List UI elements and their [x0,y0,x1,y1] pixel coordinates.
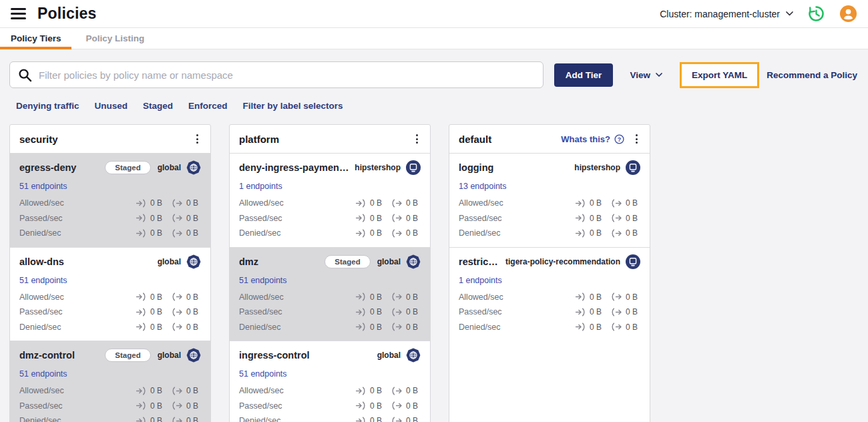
search-input[interactable] [39,69,535,81]
policy-name[interactable]: dmz [239,256,319,267]
policy-card-header: deny-ingress-paymentservi… hipstershop [239,160,421,176]
endpoints-link[interactable]: 51 endpoints [239,369,287,379]
endpoints-link[interactable]: 51 endpoints [19,276,67,285]
namespace-icon [626,254,640,269]
egress-icon [172,214,183,222]
stat-row: Allowed/sec 0 B 0 B [19,383,201,399]
policy-name[interactable]: allow-dns [19,256,152,267]
policy-card[interactable]: allow-dns global 51 endpoints Allowed/se… [10,248,210,342]
stat-label: Denied/sec [239,416,355,422]
search-box[interactable] [9,61,544,88]
egress-icon [611,214,622,222]
kebab-menu-icon[interactable] [194,132,201,146]
egress-icon [172,401,183,410]
endpoints-link[interactable]: 1 endpoints [459,276,502,285]
tab-policy-listing[interactable]: Policy Listing [86,28,145,49]
ingress-value: 0 B [575,323,604,332]
stat-label: Denied/sec [459,228,575,238]
policy-card[interactable]: egress-deny Staged global 51 endpoints A… [10,154,210,248]
svg-text:?: ? [618,136,622,142]
ingress-icon [136,401,147,410]
policy-scope-label: tigera-policy-recommendation [505,257,620,266]
egress-icon [611,229,622,238]
policy-card[interactable]: dmz-control Staged global 51 endpoints A… [10,341,210,422]
recommend-policy-button[interactable]: Recommend a Policy [767,70,857,80]
policy-name[interactable]: deny-ingress-paymentservi… [239,162,349,173]
egress-value: 0 B [391,198,421,208]
staged-badge: Staged [105,349,150,362]
policy-card[interactable]: deny-ingress-paymentservi… hipstershop 1… [230,154,430,248]
endpoints-link[interactable]: 1 endpoints [239,182,282,191]
ingress-value: 0 B [136,401,165,411]
filter-denying-traffic[interactable]: Denying traffic [16,101,79,111]
egress-value: 0 B [611,292,640,302]
kebab-menu-icon[interactable] [633,132,640,146]
egress-icon [172,387,183,395]
filter-unused[interactable]: Unused [95,101,128,111]
tab-policy-tiers[interactable]: Policy Tiers [11,28,61,49]
policy-name[interactable]: logging [459,162,569,173]
ingress-value: 0 B [136,323,165,332]
stat-label: Passed/sec [19,307,136,316]
filter-enforced[interactable]: Enforced [188,101,228,111]
ingress-value: 0 B [355,401,385,411]
stat-label: Allowed/sec [459,198,575,208]
stat-row: Passed/sec 0 B 0 B [19,211,201,226]
endpoints-link[interactable]: 51 endpoints [19,369,67,379]
egress-icon [172,323,183,331]
egress-icon [611,292,622,301]
egress-icon [172,229,183,238]
add-tier-button[interactable]: Add Tier [554,63,614,87]
tier-name: platform [239,134,413,145]
endpoints-link[interactable]: 51 endpoints [19,182,67,191]
stat-row: Passed/sec 0 B 0 B [239,399,421,414]
filter-staged[interactable]: Staged [143,101,173,111]
policy-card[interactable]: ingress-control global 51 endpoints Allo… [230,341,430,422]
kebab-menu-icon[interactable] [413,132,421,146]
ingress-icon [136,229,147,238]
egress-value: 0 B [172,386,201,395]
global-icon [406,254,421,269]
policy-card[interactable]: dmz Staged global 51 endpoints Allowed/s… [230,248,430,342]
cluster-selector[interactable]: Cluster: management-cluster [660,9,793,19]
egress-value: 0 B [172,416,201,422]
filter-filter-by-label-selectors[interactable]: Filter by label selectors [243,101,343,111]
policy-stats: Allowed/sec 0 B 0 B Passed/sec [239,383,421,422]
ingress-icon [575,229,586,238]
tier-header: default Whats this? ? [449,125,650,154]
endpoints-link[interactable]: 13 endpoints [459,182,507,191]
search-icon [18,68,32,82]
stat-label: Passed/sec [239,401,355,411]
policy-card[interactable]: logging hipstershop 13 endpoints Allowed… [449,154,650,248]
endpoints-link[interactable]: 51 endpoints [239,276,287,285]
whats-this-link[interactable]: Whats this? ? [561,134,624,144]
egress-value: 0 B [611,198,640,208]
staged-badge: Staged [105,161,150,174]
policy-card[interactable]: restricted tigera-policy-recommendation … [449,248,650,341]
policy-name[interactable]: dmz-control [19,350,99,361]
stat-row: Allowed/sec 0 B 0 B [459,290,640,305]
export-yaml-button[interactable]: Export YAML [680,62,759,88]
ingress-value: 0 B [136,292,165,302]
history-button[interactable] [807,5,825,23]
egress-icon [391,214,403,222]
policy-name[interactable]: restricted [459,256,500,267]
stat-label: Denied/sec [19,323,136,332]
stat-row: Denied/sec 0 B 0 B [19,413,201,422]
ingress-value: 0 B [355,323,385,332]
egress-value: 0 B [172,198,201,208]
policy-card-header: logging hipstershop [459,160,640,176]
ingress-value: 0 B [136,307,165,316]
ingress-value: 0 B [355,214,385,223]
egress-icon [391,229,403,238]
stat-label: Denied/sec [239,323,355,332]
view-button[interactable]: View [630,70,662,80]
menu-icon[interactable] [11,8,26,19]
ingress-value: 0 B [136,228,165,238]
avatar[interactable] [839,5,857,23]
user-avatar-icon [839,5,857,23]
policy-name[interactable]: ingress-control [239,350,372,361]
policy-name[interactable]: egress-deny [19,162,99,173]
egress-value: 0 B [172,323,201,332]
ingress-icon [355,323,367,331]
